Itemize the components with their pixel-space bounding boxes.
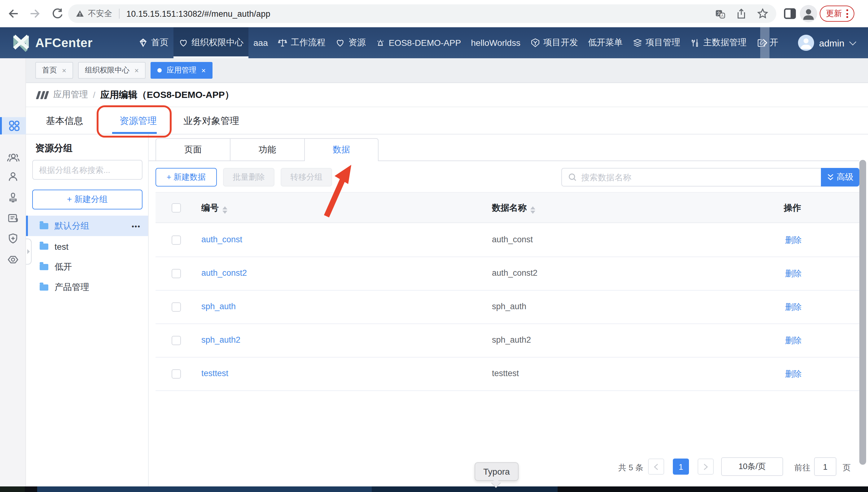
rail-item-news[interactable]	[0, 209, 26, 227]
bookmark-star-icon[interactable]	[757, 7, 769, 20]
group-item-default[interactable]: 默认分组 •••	[26, 216, 148, 236]
close-icon[interactable]: ×	[134, 66, 139, 75]
goto-page-input[interactable]	[814, 457, 836, 476]
row-id-link[interactable]: testtest	[201, 369, 228, 378]
side-panel-icon[interactable]	[784, 8, 796, 19]
row-checkbox[interactable]	[172, 336, 181, 345]
row-checkbox[interactable]	[172, 302, 181, 312]
rail-item-user-groups[interactable]	[0, 148, 26, 167]
active-tab-underline	[112, 132, 157, 134]
move-group-button[interactable]: 转移分组	[281, 168, 332, 187]
subtab-baseline	[378, 161, 859, 161]
browser-profile-avatar[interactable]	[800, 5, 817, 22]
browser-menu-icon[interactable]	[846, 9, 848, 18]
table-header: 编号 数据名称 操作	[155, 192, 859, 223]
select-all-checkbox[interactable]	[172, 203, 181, 213]
rail-item-apps[interactable]	[0, 117, 26, 134]
nav-item-workflow[interactable]: 工作流程	[273, 27, 330, 58]
group-search-input[interactable]	[32, 160, 143, 180]
shield-y-icon	[530, 38, 540, 48]
delete-link[interactable]: 删除	[785, 268, 802, 279]
next-page-button[interactable]	[698, 459, 714, 475]
subtab-pages[interactable]: 页面	[155, 138, 230, 161]
browser-back-icon[interactable]	[6, 7, 20, 21]
typora-tooltip: Typora	[475, 462, 519, 481]
user-menu[interactable]: admin	[798, 27, 854, 58]
rail-item-stamp[interactable]	[0, 188, 26, 207]
scrollbar-thumb[interactable]	[859, 160, 866, 465]
browser-address-bar[interactable]: 不安全 10.15.15.151:13082/#/menu_auth/app 文…	[68, 4, 776, 23]
nav-item-project-dev[interactable]: 项目开发	[525, 27, 583, 58]
row-name: auth_const	[492, 235, 533, 244]
column-header-id[interactable]: 编号	[201, 203, 227, 214]
nav-item-eos8-demo-app[interactable]: EOS8-DEMO-APP	[371, 27, 466, 58]
apps-grid-icon	[8, 120, 20, 132]
nav-item-home[interactable]: 首页	[133, 27, 173, 58]
browser-reload-icon[interactable]	[51, 7, 65, 21]
rail-item-monitor[interactable]	[0, 250, 26, 269]
subtab-functions[interactable]: 功能	[230, 138, 304, 161]
delete-link[interactable]: 删除	[785, 369, 802, 380]
row-name: sph_auth	[492, 302, 526, 311]
omnibox-divider	[119, 9, 120, 19]
delete-link[interactable]: 删除	[785, 335, 802, 346]
tab-business-object-management[interactable]: 业务对象管理	[183, 107, 239, 134]
share-icon[interactable]	[736, 8, 747, 20]
rail-item-shield-add[interactable]	[0, 229, 26, 248]
nav-item-lowcode-menu[interactable]: 低开菜单	[583, 27, 628, 58]
tab-chip-org-auth-center[interactable]: 组织权限中心 ×	[78, 62, 146, 79]
nav-item-resource[interactable]: 资源	[330, 27, 371, 58]
prev-page-button[interactable]	[648, 459, 664, 475]
sort-icon[interactable]	[530, 206, 535, 214]
delete-link[interactable]: 删除	[785, 302, 802, 313]
row-id-link[interactable]: sph_auth2	[201, 335, 240, 345]
layers-icon	[633, 38, 643, 48]
tab-basic-info[interactable]: 基本信息	[46, 107, 83, 134]
advanced-search-button[interactable]: 高级	[821, 168, 859, 187]
row-id-link[interactable]: auth_const	[201, 235, 242, 244]
browser-update-button[interactable]: 更新	[820, 6, 854, 22]
tab-chip-home[interactable]: 首页 ×	[35, 62, 73, 79]
rail-item-user[interactable]	[0, 167, 26, 186]
row-checkbox[interactable]	[172, 236, 181, 245]
row-checkbox[interactable]	[172, 369, 181, 378]
tab-resource-management[interactable]: 资源管理	[120, 107, 157, 134]
new-data-button[interactable]: + 新建数据	[155, 168, 217, 187]
chevron-right-icon	[27, 249, 30, 254]
subtab-data[interactable]: 数据	[304, 138, 378, 161]
batch-delete-button[interactable]: 批量删除	[223, 168, 274, 187]
group-item-product-mgmt[interactable]: 产品管理	[26, 277, 148, 297]
row-id-link[interactable]: sph_auth	[201, 302, 236, 311]
column-header-name[interactable]: 数据名称	[492, 203, 535, 214]
nav-item-org-auth-center[interactable]: 组织权限中心	[173, 27, 248, 58]
page-size-select[interactable]: 10条/页	[721, 457, 783, 476]
tab-chip-app-management[interactable]: 应用管理 ×	[151, 62, 213, 79]
close-icon[interactable]: ×	[62, 66, 66, 75]
data-search-box[interactable]	[561, 168, 821, 187]
nav-item-helloworldss[interactable]: helloWorldss	[466, 27, 525, 58]
data-search-input[interactable]	[581, 173, 815, 182]
app-logo[interactable]: AFCenter	[13, 33, 93, 53]
page-number-button[interactable]: 1	[673, 459, 689, 475]
group-item-test[interactable]: test	[26, 236, 148, 256]
table-row: auth_const2 auth_const2 删除	[155, 257, 859, 291]
nav-label: 资源	[348, 37, 366, 48]
delete-link[interactable]: 删除	[785, 235, 802, 246]
nav-item-master-data-mgmt[interactable]: 主数据管理	[685, 27, 751, 58]
sort-icon[interactable]	[222, 206, 227, 214]
row-checkbox[interactable]	[172, 269, 181, 278]
row-id-link[interactable]: auth_const2	[201, 268, 247, 278]
browser-toolbar: 不安全 10.15.15.151:13082/#/menu_auth/app 文…	[0, 0, 868, 27]
group-item-lowcode[interactable]: 低开	[26, 256, 148, 277]
browser-forward-icon[interactable]	[28, 7, 42, 21]
scales-icon	[278, 38, 288, 48]
new-group-button[interactable]: + 新建分组	[32, 190, 143, 210]
nav-scroll-right-button[interactable]	[760, 27, 769, 58]
more-options-icon[interactable]: •••	[132, 222, 141, 229]
breadcrumb-section[interactable]: 应用管理	[53, 89, 88, 100]
nav-item-aaa[interactable]: aaa	[248, 27, 273, 58]
translate-icon[interactable]: 文A	[714, 8, 726, 20]
panel-collapse-handle[interactable]	[26, 239, 32, 265]
nav-item-project-mgmt[interactable]: 项目管理	[628, 27, 685, 58]
close-icon[interactable]: ×	[201, 66, 206, 75]
